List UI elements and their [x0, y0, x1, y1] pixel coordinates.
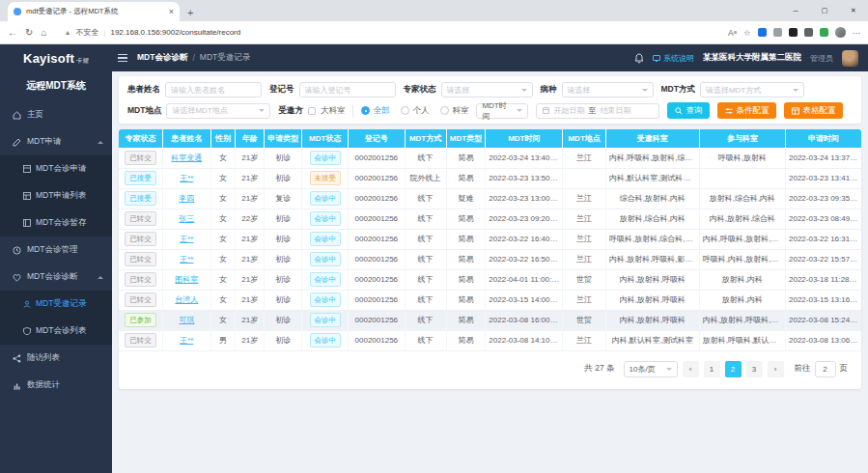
home-icon[interactable]: ⌂	[41, 27, 46, 38]
cell-mdt-time: 2022-03-23 13:00:00	[486, 188, 563, 209]
cell-mdt-place: 兰江	[563, 209, 606, 229]
patient-name-link[interactable]: 李四	[179, 194, 194, 203]
page-button-2[interactable]: 2	[725, 361, 742, 377]
sidebar-item-followup-list[interactable]: 随访列表	[0, 345, 112, 372]
mdt-status-tag: 会诊中	[310, 272, 342, 287]
read-aloud-icon[interactable]: Aᵃ	[728, 28, 737, 38]
page-size-select[interactable]: 10条/页	[624, 361, 678, 377]
maximize-button[interactable]: ▢	[810, 0, 839, 21]
cell-patient-name: 王**	[162, 249, 210, 269]
patient-name-link[interactable]: 可琪	[179, 316, 194, 324]
next-page-button[interactable]: ›	[768, 361, 784, 377]
user-avatar[interactable]	[842, 50, 858, 67]
collapse-menu-icon[interactable]	[118, 54, 127, 62]
cell-apply-time: 2022-03-18 11:28:25	[786, 269, 862, 290]
register-no-input[interactable]	[299, 82, 396, 97]
cell-mdt-type: 简易	[446, 310, 486, 330]
sidebar-item-mdt-apply-list[interactable]: MDT申请列表	[0, 182, 112, 209]
extension-icon[interactable]	[758, 28, 767, 37]
mdt-place-label: MDT地点	[127, 105, 161, 117]
condition-config-button[interactable]: 条件配置	[717, 102, 776, 119]
page-button-3[interactable]: 3	[746, 361, 763, 377]
date-range-picker[interactable]: 开始日期 至 结束日期	[536, 103, 659, 119]
cell-age: 21岁	[236, 290, 265, 310]
toolbar-icons: Aᵃ ☆ ⋯	[728, 27, 860, 38]
sidebar-item-home[interactable]: 主页	[0, 101, 112, 128]
system-help-link[interactable]: 系统说明	[653, 53, 694, 64]
cell-apply-time: 2022-03-23 09:35:39	[786, 188, 862, 209]
favorite-star-icon[interactable]: ☆	[743, 28, 751, 38]
close-button[interactable]: ✕	[839, 0, 868, 21]
sidebar-item-mdt-manage[interactable]: MDT会诊管理	[0, 236, 112, 264]
sidebar-item-mdt-consult-apply[interactable]: MDT会诊申请	[0, 155, 112, 182]
patient-name-link[interactable]: 王**	[180, 336, 193, 345]
sidebar-item-statistics[interactable]: 数据统计	[0, 372, 112, 399]
edit-icon	[13, 138, 21, 147]
breadcrumb-separator: /	[192, 53, 194, 63]
expert-status-select[interactable]: 请选择	[441, 82, 533, 97]
extension-icon[interactable]	[804, 28, 813, 37]
new-tab-button[interactable]: +	[187, 7, 193, 21]
cell-sex: 女	[210, 290, 235, 310]
extension-icon[interactable]	[789, 28, 798, 37]
reload-icon[interactable]: ↻	[25, 27, 33, 38]
radio-personal[interactable]: 个人	[401, 105, 429, 117]
address-bar[interactable]: ▲ 不安全 | 192.168.0.156:9002/consultate/re…	[54, 27, 720, 38]
patient-name-link[interactable]: 王**	[180, 174, 193, 182]
browser-profile-avatar[interactable]	[835, 27, 846, 38]
sidebar: 远程MDT系统 主页 MDT申请 MDT会诊申请 MDT申请列表 MDT会诊暂存	[0, 71, 112, 473]
filter-panel: 患者姓名 登记号 专家状态 请选择 病种 请选择 MDT方式 请选择MD	[119, 76, 861, 124]
cell-apply-type: 初诊	[265, 269, 302, 290]
patient-name-link[interactable]: 科室变通	[171, 153, 202, 162]
extension-icon[interactable]	[773, 28, 782, 37]
expert-status-tag: 已接受	[125, 171, 156, 185]
radio-dept[interactable]: 科室	[440, 105, 468, 117]
cell-patient-name: 王**	[162, 168, 210, 188]
patient-name-link[interactable]: 台湾人	[175, 295, 198, 304]
page-size-value: 10条/页	[630, 364, 656, 375]
sidebar-item-label: MDT会诊申请	[36, 163, 86, 175]
mdt-mode-select[interactable]: 请选择MDT方式	[700, 82, 804, 97]
sidebar-item-mdt-invited-records[interactable]: MDT受邀记录	[0, 291, 112, 318]
sidebar-item-mdt-consult-draft[interactable]: MDT会诊暂存	[0, 209, 112, 236]
prev-page-button[interactable]: ‹	[683, 361, 699, 377]
cell-reg-no: 0002001256	[349, 168, 405, 188]
minimize-button[interactable]: ─	[781, 0, 810, 21]
mdt-place-select[interactable]: 请选择MDT地点	[166, 103, 270, 119]
cell-mdt-time: 2022-03-22 16:40:00	[486, 229, 563, 249]
patient-name-link[interactable]: 王**	[180, 255, 193, 264]
table-row: 已转交 科室变通 女 21岁 初诊 会诊中 0002001256 线下 简易 2…	[119, 148, 861, 168]
cell-apply-type: 初诊	[265, 209, 302, 229]
cell-mdt-place: 兰江	[563, 290, 606, 310]
goto-page-input[interactable]	[815, 361, 836, 377]
cell-joined-depts: 内科,呼吸科,放射科,综合科	[699, 229, 785, 249]
browser-tab[interactable]: mdt受邀记录 - 远程MDT系统 ×	[8, 2, 180, 21]
table-config-button[interactable]: 表格配置	[784, 102, 843, 119]
cell-mdt-type: 简易	[446, 290, 486, 310]
back-icon[interactable]: ←	[8, 27, 17, 38]
big-dept-checkbox[interactable]	[308, 107, 316, 115]
notification-bell-icon[interactable]	[634, 53, 644, 64]
logo-subtext: 卡耀	[76, 57, 89, 66]
col-patient-name: 患者姓名	[162, 129, 210, 148]
breadcrumb-parent[interactable]: MDT会诊诊断	[137, 52, 187, 64]
disease-select[interactable]: 请选择	[562, 82, 654, 97]
patient-name-input[interactable]	[165, 82, 262, 97]
cell-mdt-type: 简易	[446, 229, 486, 249]
expert-status-tag: 已参加	[125, 313, 156, 327]
extension-icon[interactable]	[820, 28, 828, 37]
page-button-1[interactable]: 1	[704, 361, 720, 377]
sidebar-group-mdt-apply[interactable]: MDT申请	[0, 128, 112, 155]
patient-name-link[interactable]: 图科室	[175, 275, 198, 284]
sidebar-group-mdt-diagnosis[interactable]: MDT会诊诊断	[0, 264, 112, 291]
cell-reg-no: 0002001256	[349, 249, 405, 269]
search-button[interactable]: 查询	[667, 102, 710, 119]
more-menu-icon[interactable]: ⋯	[853, 28, 861, 38]
sidebar-item-mdt-consult-list[interactable]: MDT会诊列表	[0, 318, 112, 345]
patient-name-link[interactable]: 王**	[180, 235, 193, 243]
radio-all[interactable]: 全部	[361, 105, 389, 117]
patient-name-link[interactable]: 张三	[179, 214, 194, 223]
chevron-down-icon	[793, 89, 798, 95]
tab-close-icon[interactable]: ×	[169, 7, 174, 16]
time-type-select[interactable]: MDT时间	[476, 103, 528, 119]
